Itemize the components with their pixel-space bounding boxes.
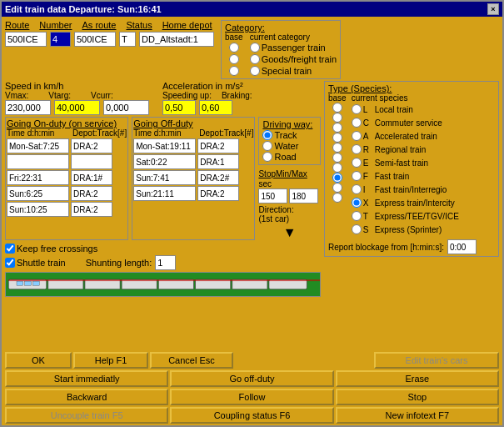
accel-label: Acceleration in m/s² — [162, 81, 243, 91]
driving-way-box: Driving way: Track Water R — [258, 117, 321, 165]
category-p-current-radio[interactable] — [250, 43, 260, 53]
home-depot-label: Home depot — [162, 20, 212, 30]
off-duty-row-1 — [133, 138, 253, 153]
cancel-button[interactable]: Cancel Esc — [150, 352, 233, 369]
go-off-duty-button[interactable]: Go off-duty — [170, 370, 333, 387]
category-s-base-radio[interactable] — [229, 66, 239, 76]
vmax-label: Vmax: — [5, 91, 28, 100]
species-I-base-radio[interactable] — [332, 163, 342, 173]
stop-button[interactable]: Stop — [336, 389, 499, 405]
species-R-current-radio[interactable] — [352, 144, 362, 154]
new-infotext-button[interactable]: New infotext F7 — [336, 407, 499, 424]
off-duty-row-2 — [133, 154, 253, 169]
stop-max-input[interactable]: 180 — [289, 188, 318, 203]
category-g-current-row: Goods/freight train — [250, 54, 337, 64]
species-T-current-radio[interactable] — [352, 211, 362, 221]
off-duty-time-header: Time d:h:min — [133, 128, 196, 138]
ok-button[interactable]: OK — [5, 352, 72, 369]
category-g-base-radio[interactable] — [229, 54, 239, 64]
species-X-current-radio[interactable] — [352, 198, 362, 208]
species-T-base-radio[interactable] — [332, 183, 342, 193]
species-E-current-radio[interactable] — [352, 158, 362, 168]
species-E-key: E — [363, 158, 373, 168]
species-A-base-radio[interactable] — [332, 123, 342, 133]
edit-cars-button[interactable]: Edit train's cars — [374, 352, 499, 369]
type-species-box: Type (Species): base — [324, 81, 499, 257]
off-duty-depot-3[interactable] — [197, 170, 239, 185]
off-duty-title: Going Off-duty — [133, 118, 192, 128]
backward-button[interactable]: Backward — [5, 389, 168, 405]
route-input[interactable]: 500ICE — [5, 32, 47, 47]
on-duty-depot-5[interactable] — [71, 202, 112, 217]
off-duty-time-4[interactable] — [133, 186, 196, 201]
driving-track-radio[interactable] — [262, 130, 272, 140]
vtarg-input[interactable]: 40,000 — [54, 100, 100, 115]
species-X-base-radio[interactable] — [332, 173, 342, 183]
coupling-status-button[interactable]: Coupling status F6 — [170, 407, 333, 424]
home-depot-input[interactable]: DD_Altstadt:1 — [139, 32, 214, 47]
species-E-base-radio[interactable] — [332, 143, 342, 153]
block-age-input[interactable]: 0:00 — [447, 239, 477, 254]
as-route-input[interactable]: 500ICE — [74, 32, 116, 47]
on-duty-time-4[interactable] — [7, 186, 69, 201]
species-I-current-radio[interactable] — [352, 184, 362, 194]
driving-road-radio[interactable] — [262, 152, 272, 162]
off-duty-depot-4[interactable] — [197, 186, 239, 201]
braking-label: Braking: — [222, 91, 252, 100]
on-duty-time-1[interactable] — [7, 138, 69, 153]
species-R-base-radio[interactable] — [332, 133, 342, 143]
species-A-current-radio[interactable] — [352, 131, 362, 141]
speeding-up-label: Speeding up: — [162, 91, 212, 100]
species-L-base-radio[interactable] — [332, 103, 342, 113]
arrow-down-icon[interactable]: ▼ — [283, 225, 297, 239]
off-duty-depot-1[interactable] — [197, 138, 239, 153]
species-F-base-radio[interactable] — [332, 153, 342, 163]
window-title: Edit train data Departure: Sun:16:41 — [5, 4, 162, 14]
on-duty-depot-4[interactable] — [71, 186, 112, 201]
category-g-current-radio[interactable] — [250, 54, 260, 64]
off-duty-time-2[interactable] — [133, 154, 196, 169]
speeding-up-input[interactable]: 0,50 — [162, 100, 196, 115]
erase-button[interactable]: Erase — [336, 370, 499, 387]
braking-input[interactable]: 0,60 — [199, 100, 232, 115]
species-L-current-radio[interactable] — [352, 104, 362, 114]
stop-min-input[interactable]: 150 — [258, 188, 287, 203]
on-duty-time-5[interactable] — [7, 202, 69, 217]
species-C-current-radio[interactable] — [352, 118, 362, 128]
shunting-input[interactable]: 1 — [155, 255, 176, 270]
shuttle-checkbox[interactable] — [5, 258, 15, 268]
category-p-base-radio[interactable] — [229, 43, 239, 53]
species-S-current-radio[interactable] — [352, 224, 362, 234]
on-duty-time-2[interactable] — [7, 154, 69, 169]
off-duty-time-1[interactable] — [133, 138, 196, 153]
start-immediately-button[interactable]: Start immediatly — [5, 370, 168, 387]
vcurr-input[interactable]: 0,000 — [103, 100, 149, 115]
driving-water-row: Water — [262, 141, 317, 151]
on-duty-time-3[interactable] — [7, 170, 69, 185]
off-duty-time-3[interactable] — [133, 170, 196, 185]
button-row-2: Start immediatly Go off-duty Erase — [5, 370, 499, 387]
on-duty-depot-1[interactable] — [71, 138, 112, 153]
train-image — [5, 272, 321, 297]
off-duty-depot-2[interactable] — [197, 154, 239, 169]
uncouple-button[interactable]: Uncouple train F5 — [5, 407, 168, 424]
type-current-label: current species — [352, 93, 459, 103]
on-duty-depot-3[interactable] — [71, 170, 112, 185]
category-s-current-radio[interactable] — [250, 66, 260, 76]
help-button[interactable]: Help F1 — [73, 352, 148, 369]
on-duty-depot-2[interactable] — [71, 154, 112, 169]
species-S-base-radio[interactable] — [332, 193, 342, 203]
number-input[interactable]: 4 — [50, 32, 71, 47]
species-I-label: Fast train/Interregio — [375, 185, 447, 194]
species-X-key: X — [363, 198, 373, 208]
species-F-current-radio[interactable] — [352, 171, 362, 181]
follow-button[interactable]: Follow — [170, 389, 333, 405]
vmax-input[interactable]: 230,000 — [5, 100, 51, 115]
driving-water-radio[interactable] — [262, 141, 272, 151]
direction-sub-label: (1st car) — [258, 214, 289, 224]
close-button[interactable]: × — [487, 3, 499, 15]
species-C-base-radio[interactable] — [332, 113, 342, 123]
keep-free-checkbox[interactable] — [5, 244, 15, 254]
driving-road-row: Road — [262, 152, 317, 162]
status-input[interactable]: T — [119, 32, 136, 47]
